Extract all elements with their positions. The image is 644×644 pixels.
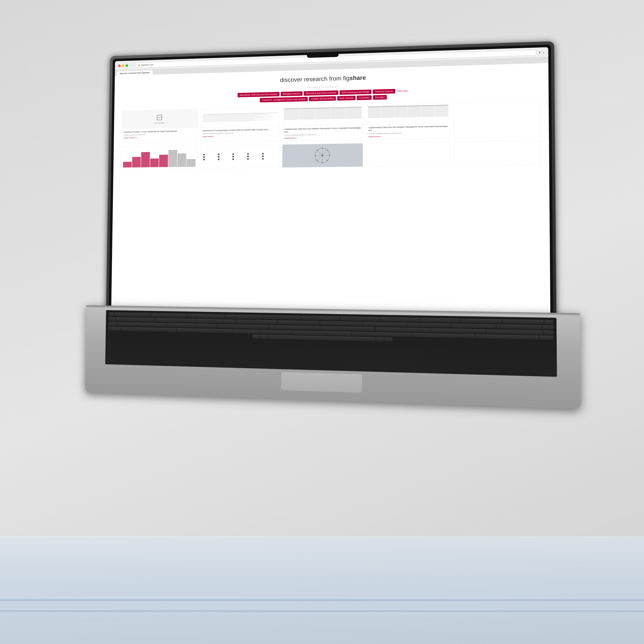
cat-tag-4[interactable]: Chemical sciences bbox=[373, 89, 395, 94]
card-author-2[interactable]: Deepak Rohila ∨ bbox=[284, 136, 361, 139]
card-meta-0: Software posted on 2024-09-16 bbox=[123, 133, 196, 136]
cards-grid-row2 bbox=[121, 140, 540, 169]
research-card-4[interactable] bbox=[453, 101, 540, 138]
cat-tag-1[interactable]: Biological sciences bbox=[281, 91, 303, 96]
forward-button[interactable]: › bbox=[133, 64, 134, 67]
back-button[interactable]: ‹ bbox=[131, 64, 132, 67]
author-arrow-1: ∨ bbox=[213, 135, 214, 137]
traffic-lights bbox=[118, 64, 128, 67]
traffic-light-green[interactable] bbox=[126, 64, 128, 67]
key-row-spacebar bbox=[108, 331, 553, 345]
laptop-screen-outer: ‹ › 🔒 figshare.com ⬆ + bbox=[106, 41, 556, 320]
browser-toolbar-right: ⬆ + bbox=[538, 51, 545, 54]
research-card-1[interactable]: Experiences of young people in Ireland w… bbox=[201, 107, 279, 142]
research-card-2[interactable]: Supplementary Data from Syk Inhibition R… bbox=[282, 105, 363, 141]
browser-window: ‹ › 🔒 figshare.com ⬆ + bbox=[111, 47, 550, 314]
card-meta-2: Journal contribution posted on 2024-09-1… bbox=[284, 133, 361, 136]
card-author-1[interactable]: Eibhlín Walsh ∨ bbox=[203, 134, 277, 138]
category-tags: Agricultural, veterinary and food scienc… bbox=[122, 85, 539, 106]
card-title-2: Supplementary Data from Syk Inhibition R… bbox=[284, 126, 361, 133]
software-label: SOFTWARE bbox=[154, 122, 165, 124]
traffic-light-red[interactable] bbox=[118, 64, 121, 67]
research-card-3[interactable]: Supplementary Data from Syk Inhibition R… bbox=[366, 103, 450, 140]
add-tab-icon[interactable]: + bbox=[543, 51, 545, 54]
laptop-wrapper: ‹ › 🔒 figshare.com ⬆ + bbox=[85, 41, 581, 412]
card-info-0: Unlocking Precision: .R and .RData files… bbox=[122, 128, 197, 141]
card-thumbnail-5 bbox=[122, 146, 197, 169]
software-icon: </> bbox=[157, 114, 162, 122]
title-light: discover research from fig bbox=[280, 75, 349, 83]
page-content[interactable]: discover research from figshare FEATURED… bbox=[111, 63, 550, 314]
laptop-notch bbox=[307, 52, 339, 58]
card-author-3[interactable]: Deepak Rohila ∨ bbox=[368, 134, 448, 138]
laptop-screen-bezel: ‹ › 🔒 figshare.com ⬆ + bbox=[109, 44, 553, 317]
trackpad[interactable] bbox=[281, 371, 363, 393]
svg-text:</>: </> bbox=[158, 116, 162, 119]
research-card-9[interactable] bbox=[454, 140, 540, 166]
card-info-1: Experiences of young people in Ireland w… bbox=[201, 126, 279, 139]
keyboard-deck bbox=[105, 310, 557, 377]
card-thumbnail-3 bbox=[367, 103, 450, 125]
svg-point-8 bbox=[322, 147, 323, 149]
laptop-base bbox=[85, 305, 581, 409]
svg-point-10 bbox=[314, 155, 316, 156]
cards-grid-row1: </> SOFTWARE Unlocking Precision: .R and… bbox=[122, 101, 540, 144]
view-more-link[interactable]: View more... bbox=[396, 88, 410, 93]
author-arrow-3: ∨ bbox=[380, 135, 381, 137]
cat-tag-8[interactable]: Economics bbox=[357, 95, 372, 100]
card-meta-3: Journal contribution posted on 2024-09-1… bbox=[368, 131, 448, 135]
cat-tag-3[interactable]: Built environment and design bbox=[340, 90, 372, 95]
address-text: figshare.com bbox=[141, 63, 154, 66]
cat-tag-9[interactable]: Education bbox=[373, 95, 387, 100]
nav-buttons: ‹ › bbox=[131, 64, 134, 67]
card-thumbnail-0: </> SOFTWARE bbox=[122, 109, 197, 129]
card-title-1: Experiences of young people in Ireland w… bbox=[203, 128, 277, 132]
cat-tag-0[interactable]: Agricultural, veterinary and food scienc… bbox=[238, 92, 279, 97]
card-thumbnail-6 bbox=[201, 145, 279, 168]
card-author-0[interactable]: Patrick Parkinson ∨ bbox=[123, 136, 196, 139]
share-icon[interactable]: ⬆ bbox=[538, 51, 541, 54]
research-card-6[interactable] bbox=[200, 144, 279, 169]
card-thumbnail-7 bbox=[282, 143, 363, 167]
research-card-8[interactable] bbox=[366, 142, 450, 167]
lock-icon: 🔒 bbox=[138, 64, 140, 66]
title-bold: share bbox=[349, 74, 366, 81]
research-card-7[interactable] bbox=[282, 143, 363, 168]
scene: ‹ › 🔒 figshare.com ⬆ + bbox=[0, 0, 644, 644]
cat-tag-7[interactable]: Earth sciences bbox=[337, 96, 355, 101]
research-card-0[interactable]: </> SOFTWARE Unlocking Precision: .R and… bbox=[122, 109, 198, 144]
author-arrow-2: ∨ bbox=[296, 137, 297, 139]
svg-point-9 bbox=[322, 162, 323, 163]
card-meta-1: Journal contribution posted on 2024-09-1… bbox=[203, 132, 277, 135]
svg-point-11 bbox=[329, 155, 330, 156]
card-title-3: Supplementary Data from Syk Inhibition R… bbox=[368, 125, 448, 132]
glass-edge-1 bbox=[0, 598, 644, 601]
research-card-5[interactable] bbox=[121, 146, 197, 169]
card-info-2: Supplementary Data from Syk Inhibition R… bbox=[283, 125, 363, 141]
card-thumbnail-1 bbox=[201, 107, 279, 128]
glass-edge-2 bbox=[0, 609, 644, 612]
glass-table bbox=[0, 537, 644, 644]
author-arrow-0: ∨ bbox=[136, 137, 137, 139]
card-title-0: Unlocking Precision: .R and .RData files… bbox=[123, 129, 196, 134]
cat-tag-2[interactable]: Biomedical and clinical sciences bbox=[304, 90, 339, 96]
traffic-light-yellow[interactable] bbox=[122, 64, 124, 67]
card-thumbnail-2 bbox=[283, 105, 363, 126]
cat-tag-5[interactable]: Commerce, management, tourism and servic… bbox=[260, 97, 308, 102]
cat-tag-6[interactable]: Creative arts and writing bbox=[309, 96, 336, 101]
card-info-3: Supplementary Data from Syk Inhibition R… bbox=[367, 123, 450, 140]
ferris-wheel-icon bbox=[314, 147, 331, 164]
